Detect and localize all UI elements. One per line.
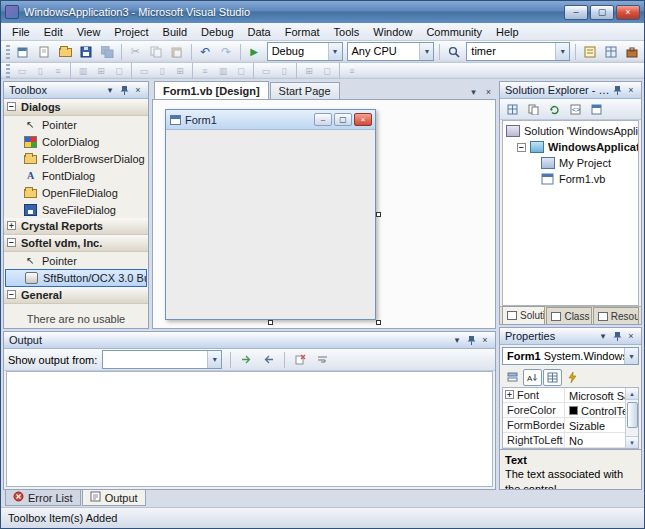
menu-item-data[interactable]: Data: [241, 24, 278, 40]
make-same-width-icon[interactable]: ▭: [135, 64, 153, 78]
form-client-area[interactable]: [166, 130, 375, 319]
toolbox-item-fontdialog[interactable]: A FontDialog: [4, 167, 148, 184]
close-icon[interactable]: ×: [131, 84, 145, 97]
toolbar-grip[interactable]: [6, 64, 10, 78]
dropdown-arrow-icon[interactable]: ▾: [328, 43, 342, 60]
close-button[interactable]: ×: [616, 5, 640, 20]
toolbox-category-softel[interactable]: − Softel vdm, Inc.: [4, 235, 148, 252]
align-lefts-icon[interactable]: ▭: [13, 64, 31, 78]
undo-button[interactable]: ↶: [195, 42, 216, 61]
tab-form1-design[interactable]: Form1.vb [Design]: [154, 81, 269, 99]
property-row-righttoleft[interactable]: RightToLeft No: [503, 433, 625, 448]
close-icon[interactable]: ×: [478, 334, 492, 347]
dropdown-arrow-icon[interactable]: ▾: [419, 43, 433, 60]
goto-message-icon[interactable]: [237, 351, 256, 368]
find-combo[interactable]: timer ▾: [466, 42, 570, 61]
toolbox-item-openfiledialog[interactable]: OpenFileDialog: [4, 184, 148, 201]
start-debugging-button[interactable]: ▶: [244, 42, 265, 61]
center-vertically-icon[interactable]: ▯: [275, 64, 293, 78]
view-designer-icon[interactable]: [587, 101, 606, 118]
toolbox-item-colordialog[interactable]: ColorDialog: [4, 133, 148, 150]
bring-to-front-icon[interactable]: ⊞: [300, 64, 318, 78]
make-same-height-icon[interactable]: ▯: [153, 64, 171, 78]
pin-icon[interactable]: [117, 84, 131, 97]
toolbox-item-pointer-softel[interactable]: ↖ Pointer: [4, 252, 148, 269]
toolbox-category-general[interactable]: − General: [4, 287, 148, 304]
toolbox-item-savefiledialog[interactable]: SaveFileDialog: [4, 201, 148, 218]
copy-button[interactable]: [146, 42, 167, 61]
menu-item-build[interactable]: Build: [156, 24, 194, 40]
resize-handle-bottom[interactable]: [268, 320, 273, 325]
resize-handle-corner[interactable]: [376, 320, 381, 325]
tab-start-page[interactable]: Start Page: [270, 82, 340, 99]
property-value[interactable]: Sizable: [565, 418, 625, 432]
dropdown-arrow-icon[interactable]: ▾: [207, 351, 221, 368]
collapse-icon[interactable]: −: [7, 238, 16, 247]
save-all-button[interactable]: [97, 42, 118, 61]
menu-item-community[interactable]: Community: [419, 24, 489, 40]
minimize-button[interactable]: –: [564, 5, 588, 20]
property-value[interactable]: Microsoft Sans Ser: [565, 388, 625, 402]
form-designer-surface[interactable]: Form1 – ▢ ×: [152, 99, 496, 329]
toolbox-item-pointer[interactable]: ↖ Pointer: [4, 116, 148, 133]
tree-item-my-project[interactable]: My Project: [503, 155, 638, 171]
align-bottoms-icon[interactable]: ◻: [110, 64, 128, 78]
vertical-spacing-icon[interactable]: ▥: [214, 64, 232, 78]
close-icon[interactable]: ×: [624, 330, 638, 343]
properties-view-icon[interactable]: [543, 369, 562, 386]
remove-spacing-icon[interactable]: ◻: [232, 64, 250, 78]
refresh-icon[interactable]: [545, 101, 564, 118]
events-icon[interactable]: [563, 369, 582, 386]
property-value[interactable]: ControlText: [565, 403, 625, 417]
window-position-icon[interactable]: ▾: [103, 84, 117, 97]
tab-output[interactable]: Output: [82, 490, 146, 506]
clear-all-icon[interactable]: [291, 351, 310, 368]
collapse-icon[interactable]: −: [7, 102, 16, 111]
center-horizontally-icon[interactable]: ▭: [257, 64, 275, 78]
paste-button[interactable]: [167, 42, 188, 61]
window-position-icon[interactable]: ▾: [450, 334, 464, 347]
properties-icon[interactable]: [503, 101, 522, 118]
expand-icon[interactable]: +: [505, 390, 514, 399]
properties-titlebar[interactable]: Properties ▾ ×: [500, 328, 641, 345]
designed-form[interactable]: Form1 – ▢ ×: [165, 109, 376, 320]
word-wrap-icon[interactable]: [313, 351, 332, 368]
tree-item-solution[interactable]: Solution 'WindowsApplication3': [503, 123, 638, 139]
goto-previous-message-icon[interactable]: [259, 351, 278, 368]
pin-icon[interactable]: [464, 334, 478, 347]
output-source-combo[interactable]: ▾: [102, 350, 222, 369]
scrollbar-thumb[interactable]: [627, 402, 638, 428]
property-grid-scrollbar[interactable]: ▲ ▼: [625, 388, 638, 448]
menu-item-debug[interactable]: Debug: [194, 24, 240, 40]
find-icon[interactable]: [443, 42, 464, 61]
toolbox-category-dialogs[interactable]: − Dialogs: [4, 99, 148, 116]
collapse-icon[interactable]: −: [517, 143, 526, 152]
property-value[interactable]: False: [565, 448, 625, 449]
output-titlebar[interactable]: Output ▾ ×: [4, 332, 495, 349]
pin-icon[interactable]: [610, 330, 624, 343]
new-project-button[interactable]: *: [13, 42, 34, 61]
close-document-icon[interactable]: ×: [481, 85, 496, 99]
scroll-up-icon[interactable]: ▲: [626, 388, 638, 400]
send-to-back-icon[interactable]: ◻: [318, 64, 336, 78]
align-centers-icon[interactable]: ▯: [31, 64, 49, 78]
tree-item-project[interactable]: − WindowsApplication3: [503, 139, 638, 155]
horizontal-spacing-icon[interactable]: ≡: [196, 64, 214, 78]
property-row-font[interactable]: +Font Microsoft Sans Ser: [503, 388, 625, 403]
menu-item-edit[interactable]: Edit: [37, 24, 70, 40]
menu-item-tools[interactable]: Tools: [327, 24, 367, 40]
view-code-icon[interactable]: <>: [566, 101, 585, 118]
tab-class-view[interactable]: Class ...: [546, 307, 591, 324]
menu-item-format[interactable]: Format: [278, 24, 327, 40]
add-item-button[interactable]: [34, 42, 55, 61]
make-same-size-icon[interactable]: ⊞: [171, 64, 189, 78]
dropdown-arrow-icon[interactable]: ▾: [555, 43, 569, 60]
align-middles-icon[interactable]: ⊞: [92, 64, 110, 78]
property-row-forecolor[interactable]: ForeColor ControlText: [503, 403, 625, 418]
properties-object-combo[interactable]: Form1 System.Windows.Forms.Fo ▾: [502, 347, 639, 365]
menu-item-window[interactable]: Window: [366, 24, 419, 40]
tab-solution-explorer[interactable]: Soluti...: [502, 306, 545, 324]
align-tops-icon[interactable]: ▥: [74, 64, 92, 78]
output-content[interactable]: [6, 371, 493, 487]
menu-item-view[interactable]: View: [70, 24, 108, 40]
